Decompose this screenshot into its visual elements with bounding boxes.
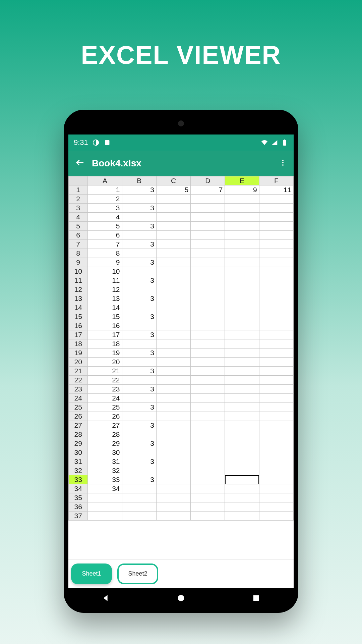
cell[interactable] — [259, 303, 293, 312]
cell[interactable] — [191, 285, 225, 294]
cell[interactable]: 3 — [122, 439, 156, 448]
cell[interactable]: 3 — [122, 367, 156, 376]
cell[interactable] — [225, 231, 259, 240]
cell[interactable] — [122, 267, 156, 276]
cell[interactable]: 30 — [88, 448, 122, 457]
cell[interactable] — [225, 430, 259, 439]
cell[interactable] — [225, 249, 259, 258]
cell[interactable] — [259, 385, 293, 394]
cell[interactable]: 24 — [88, 394, 122, 403]
cell[interactable] — [156, 512, 190, 521]
cell[interactable] — [156, 312, 190, 321]
row-header[interactable]: 7 — [69, 240, 88, 249]
cell[interactable]: 3 — [122, 258, 156, 267]
row-header[interactable]: 37 — [69, 512, 88, 521]
cell[interactable] — [191, 249, 225, 258]
cell[interactable] — [191, 367, 225, 376]
cell[interactable] — [156, 493, 190, 502]
cell[interactable] — [225, 240, 259, 249]
cell[interactable] — [156, 421, 190, 430]
cell[interactable] — [191, 457, 225, 466]
cell[interactable] — [191, 430, 225, 439]
column-header-A[interactable]: A — [88, 176, 122, 185]
cell[interactable] — [122, 358, 156, 367]
column-header-B[interactable]: B — [122, 176, 156, 185]
cell[interactable]: 3 — [122, 276, 156, 285]
row-header[interactable]: 23 — [69, 385, 88, 394]
cell[interactable]: 3 — [122, 421, 156, 430]
cell[interactable] — [122, 249, 156, 258]
row-header[interactable]: 11 — [69, 276, 88, 285]
cell[interactable] — [259, 294, 293, 303]
cell[interactable] — [225, 403, 259, 412]
cell[interactable]: 22 — [88, 376, 122, 385]
cell[interactable] — [191, 240, 225, 249]
cell[interactable] — [191, 385, 225, 394]
cell[interactable]: 9 — [88, 258, 122, 267]
cell[interactable] — [191, 403, 225, 412]
cell[interactable] — [122, 502, 156, 512]
cell[interactable] — [225, 339, 259, 348]
row-header[interactable]: 32 — [69, 466, 88, 475]
cell[interactable]: 26 — [88, 412, 122, 421]
cell[interactable]: 8 — [88, 249, 122, 258]
cell[interactable]: 18 — [88, 339, 122, 348]
cell[interactable] — [156, 321, 190, 330]
cell[interactable] — [225, 448, 259, 457]
cell[interactable] — [259, 439, 293, 448]
row-header[interactable]: 9 — [69, 258, 88, 267]
cell[interactable] — [259, 475, 293, 484]
cell[interactable]: 12 — [88, 285, 122, 294]
row-header[interactable]: 1 — [69, 185, 88, 195]
cell[interactable] — [156, 240, 190, 249]
cell[interactable] — [259, 258, 293, 267]
row-header[interactable]: 33 — [69, 475, 88, 484]
cell[interactable] — [191, 195, 225, 204]
cell[interactable] — [225, 258, 259, 267]
cell[interactable]: 33 — [88, 475, 122, 484]
row-header[interactable]: 15 — [69, 312, 88, 321]
cell[interactable] — [259, 276, 293, 285]
cell[interactable]: 7 — [88, 240, 122, 249]
cell[interactable] — [191, 439, 225, 448]
row-header[interactable]: 4 — [69, 213, 88, 222]
cell[interactable]: 27 — [88, 421, 122, 430]
row-header[interactable]: 13 — [69, 294, 88, 303]
cell[interactable]: 3 — [122, 185, 156, 195]
cell[interactable]: 11 — [88, 276, 122, 285]
cell[interactable] — [259, 213, 293, 222]
cell[interactable] — [225, 376, 259, 385]
cell[interactable]: 5 — [156, 185, 190, 195]
cell[interactable] — [156, 394, 190, 403]
column-header-C[interactable]: C — [156, 176, 190, 185]
cell[interactable] — [191, 412, 225, 421]
cell[interactable]: 6 — [88, 231, 122, 240]
cell[interactable] — [259, 195, 293, 204]
cell[interactable] — [191, 213, 225, 222]
cell[interactable] — [225, 412, 259, 421]
cell[interactable] — [191, 502, 225, 512]
row-header[interactable]: 10 — [69, 267, 88, 276]
cell[interactable] — [259, 376, 293, 385]
row-header[interactable]: 28 — [69, 430, 88, 439]
cell[interactable] — [122, 394, 156, 403]
cell[interactable] — [122, 285, 156, 294]
spreadsheet-grid[interactable]: ABCDEF1135791122333445536677388993101011… — [68, 176, 294, 559]
cell[interactable] — [225, 421, 259, 430]
cell[interactable]: 3 — [122, 312, 156, 321]
cell[interactable] — [156, 267, 190, 276]
cell[interactable] — [156, 475, 190, 484]
back-button[interactable] — [75, 158, 85, 169]
cell[interactable] — [225, 285, 259, 294]
cell[interactable] — [191, 475, 225, 484]
cell[interactable] — [225, 439, 259, 448]
cell[interactable] — [122, 466, 156, 475]
cell[interactable] — [191, 466, 225, 475]
cell[interactable] — [156, 430, 190, 439]
cell[interactable]: 3 — [122, 403, 156, 412]
cell[interactable] — [259, 512, 293, 521]
cell[interactable]: 3 — [122, 457, 156, 466]
cell[interactable] — [259, 394, 293, 403]
cell[interactable] — [191, 294, 225, 303]
cell[interactable]: 25 — [88, 403, 122, 412]
